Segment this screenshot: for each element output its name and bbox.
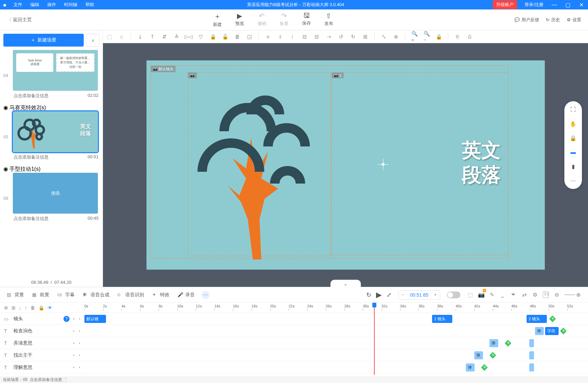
keyframe-diamond[interactable] bbox=[560, 328, 567, 334]
bottom-tool-背景[interactable]: ▨背景 bbox=[7, 292, 24, 298]
unlock-icon[interactable]: 🔓 bbox=[222, 34, 228, 40]
hand-icon[interactable]: ✋ bbox=[569, 120, 577, 128]
align-center-icon[interactable]: ⫴ bbox=[277, 34, 283, 40]
maximize-button[interactable]: ▢ bbox=[561, 2, 574, 8]
add-track-icon[interactable]: ⊕ bbox=[4, 305, 8, 310]
flip-v-icon[interactable]: ▽ bbox=[198, 34, 204, 40]
track-opt2[interactable]: • bbox=[79, 365, 80, 370]
bottom-tool-录音[interactable]: 🎤录音 bbox=[178, 292, 195, 298]
rotate-right-icon[interactable]: ↻ bbox=[350, 34, 356, 40]
close-button[interactable]: ✕ bbox=[574, 2, 588, 8]
spacing-icon[interactable]: ⇢ bbox=[326, 34, 332, 40]
edit-icon[interactable]: ✎ bbox=[489, 292, 495, 298]
canvas-stage[interactable]: 📷 默认镜头 📷 📷 2 bbox=[103, 43, 588, 287]
tool-预览[interactable]: ▶预览 bbox=[235, 12, 244, 28]
keyframe-diamond[interactable] bbox=[549, 316, 556, 322]
slide[interactable]: 📷 默认镜头 📷 📷 2 bbox=[146, 60, 545, 270]
fit-icon[interactable]: ⤡ bbox=[381, 34, 387, 40]
copy-icon[interactable]: ⎘ bbox=[454, 34, 460, 40]
track-opt2[interactable]: • bbox=[79, 328, 80, 334]
group-icon[interactable]: ⊞ bbox=[362, 34, 368, 40]
menu-时间轴[interactable]: 时间轴 bbox=[60, 2, 81, 8]
clip[interactable]: 弹 bbox=[466, 363, 475, 372]
upgrade-button[interactable]: 升级账户 bbox=[493, 0, 517, 9]
scene-note[interactable]: 点击添加备注信息 bbox=[14, 93, 49, 99]
scene-effect[interactable]: ◉ 手型拉动1(s) bbox=[3, 166, 99, 173]
clip[interactable]: 2 镜头 bbox=[527, 315, 547, 323]
align-right-icon[interactable]: ⫶ bbox=[289, 34, 295, 40]
marker-icon[interactable]: 1:1 bbox=[543, 292, 549, 298]
track-lane[interactable]: 弹 bbox=[84, 361, 588, 373]
menu-编辑[interactable]: 编辑 bbox=[26, 2, 43, 8]
keyframe-diamond[interactable] bbox=[489, 352, 496, 359]
new-scene-button[interactable]: ＋ 新建场景 bbox=[3, 34, 84, 47]
mobile-icon[interactable]: ▮ bbox=[569, 163, 577, 170]
track-lane[interactable]: 弹 bbox=[84, 349, 588, 361]
align-bottom-icon[interactable]: ⤓ bbox=[137, 34, 143, 40]
track-lane[interactable]: 弹 bbox=[84, 337, 588, 349]
block[interactable] bbox=[529, 339, 534, 347]
track-opt1[interactable]: • bbox=[73, 340, 75, 346]
music-button[interactable]: ♪ bbox=[86, 34, 99, 47]
home-icon[interactable]: ⌂ bbox=[118, 34, 125, 40]
playhead[interactable] bbox=[372, 303, 376, 307]
bottom-tool-特效[interactable]: ✦特效 bbox=[152, 292, 169, 298]
replay-icon[interactable]: ↻ bbox=[366, 291, 371, 299]
track-lane[interactable]: 弹字符 bbox=[84, 325, 588, 337]
trash-icon[interactable]: 🗑 bbox=[30, 305, 35, 310]
bottom-tool-语音合成[interactable]: 🗣语音合成 bbox=[83, 292, 109, 298]
insert-shape-icon[interactable]: ⬚ bbox=[106, 34, 112, 40]
center-icon[interactable]: ⊕ bbox=[393, 34, 399, 40]
collapse-handle[interactable]: ⌄ bbox=[330, 280, 361, 287]
scene-note[interactable]: 点击添加备注信息 bbox=[14, 154, 49, 160]
toggle-switch[interactable] bbox=[447, 292, 460, 298]
clip[interactable]: 字符 bbox=[545, 327, 559, 335]
help-icon[interactable]: ? bbox=[63, 316, 70, 322]
paste-icon[interactable]: ⎙ bbox=[466, 34, 473, 40]
down-icon[interactable]: ↓ bbox=[19, 305, 21, 310]
login-button[interactable]: 登录/注册 bbox=[520, 2, 547, 8]
block[interactable] bbox=[529, 351, 534, 359]
more-icon[interactable]: ⋯ bbox=[569, 177, 577, 184]
lock-icon[interactable]: 🔒 bbox=[569, 134, 577, 142]
link-历史[interactable]: ↻历史 bbox=[546, 17, 560, 23]
track-lane[interactable]: 默认镜1 镜头2 镜头 bbox=[84, 313, 588, 325]
scene-thumb[interactable]: Task three讲座题建一篇标准性材料题，里可谨慎、只当小题，当前一份 bbox=[13, 50, 98, 91]
visibility-icon[interactable]: 👁 bbox=[48, 305, 52, 310]
track-opt2[interactable]: • bbox=[79, 340, 80, 346]
menu-帮助[interactable]: 帮助 bbox=[81, 2, 98, 8]
track-opt1[interactable]: • bbox=[73, 316, 75, 322]
delete-icon[interactable]: 🗑 bbox=[234, 34, 240, 40]
scene-thumb[interactable]: 英文段落 bbox=[13, 111, 98, 152]
track-opt2[interactable]: • bbox=[79, 316, 80, 322]
clip[interactable]: 1 镜头 bbox=[432, 315, 452, 323]
lock-zoom-icon[interactable]: 🔒 bbox=[436, 34, 442, 40]
clip[interactable]: 弹 bbox=[474, 351, 483, 359]
block[interactable] bbox=[529, 363, 534, 372]
zoom-out-tl-icon[interactable]: ⊖ bbox=[554, 292, 560, 298]
eyedrop-icon[interactable]: ⎯ bbox=[500, 292, 506, 298]
tool-保存[interactable]: 🖫保存 bbox=[302, 12, 311, 28]
time-plus-button[interactable]: + bbox=[431, 291, 440, 299]
crop-icon[interactable]: ◲ bbox=[246, 34, 252, 40]
tool-新建[interactable]: ＋新建 bbox=[213, 12, 222, 28]
fullscreen-preview-icon[interactable]: ⤢ bbox=[386, 291, 392, 299]
adjust-icon[interactable]: ⇄ bbox=[521, 292, 527, 298]
dist-h2-icon[interactable]: ⊟ bbox=[314, 34, 320, 40]
camera-icon[interactable]: 📷V bbox=[478, 292, 484, 298]
settings2-icon[interactable]: ⚙ bbox=[532, 292, 538, 298]
dist-h-icon[interactable]: ⊟ bbox=[301, 34, 308, 40]
lock-icon[interactable]: 🔒 bbox=[210, 34, 216, 40]
folder-icon[interactable]: ⊞ bbox=[11, 305, 16, 310]
align-left-icon[interactable]: ≡ bbox=[265, 34, 271, 40]
scene-05[interactable]: 05 英文段落 点击添加备注信息00:51 bbox=[3, 111, 99, 162]
zoom-in-tl-icon[interactable]: ⊕ bbox=[575, 292, 581, 298]
time-minus-button[interactable]: − bbox=[399, 291, 407, 299]
scene-effect[interactable]: ◉ 马赛克特效2(s) bbox=[3, 104, 99, 111]
tool-发布[interactable]: ⇧发布 bbox=[324, 12, 333, 28]
time-ruler[interactable]: 0s2s4s6s8s10s12s14s16s18s20s22s24s26s28s… bbox=[84, 303, 588, 312]
link-用户反馈[interactable]: 💬用户反馈 bbox=[514, 17, 539, 23]
bottom-tool-前景[interactable]: ▦前景 bbox=[32, 292, 49, 298]
select-icon[interactable]: ⬚ bbox=[467, 292, 473, 298]
more-icon[interactable]: ⋯ bbox=[202, 291, 210, 299]
